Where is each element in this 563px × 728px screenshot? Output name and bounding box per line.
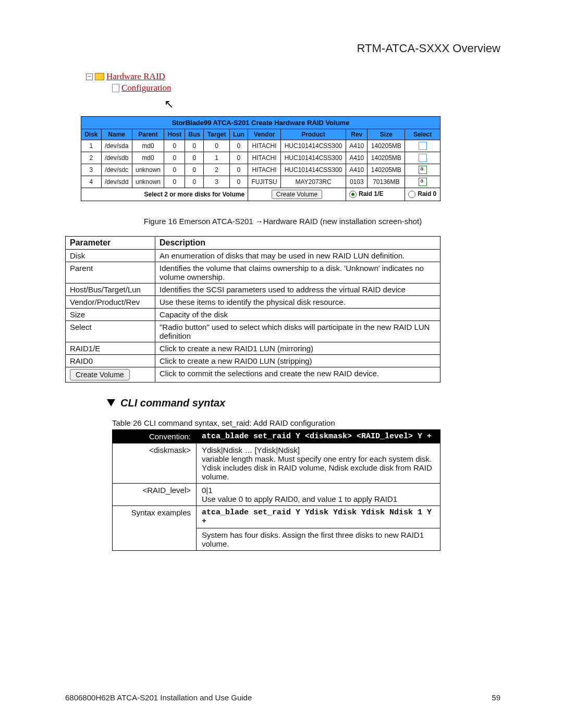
raid-cell: 0: [164, 140, 185, 152]
select-checkbox[interactable]: [419, 154, 427, 162]
raid-cell: 0: [229, 152, 248, 164]
raid-cell: HUC101414CSS300: [281, 152, 346, 164]
raid-cell: HITACHI: [248, 164, 281, 176]
raidlevel-label: <RAID_level>: [113, 483, 197, 505]
raid0-label: Raid 0: [418, 190, 436, 198]
raid-cell: 0: [185, 152, 204, 164]
raid-cell: 0: [229, 164, 248, 176]
raid-cell: 0: [185, 140, 204, 152]
raid-cell: 4: [81, 176, 102, 188]
doc-icon: [112, 84, 119, 92]
param-desc: Use these items to identify the physical…: [155, 295, 440, 308]
raid-col-header: Name: [101, 129, 132, 140]
params-header-desc: Description: [155, 236, 440, 249]
table-row: Select"Radio button" used to select whic…: [66, 320, 440, 342]
raid-cell: 0: [185, 164, 204, 176]
raid-cell: 70136MB: [368, 176, 405, 188]
configuration-link[interactable]: Configuration: [121, 82, 171, 94]
param-desc: Capacity of the disk: [155, 308, 440, 320]
raid-cell: 2: [204, 164, 229, 176]
raid1-radio[interactable]: [349, 191, 357, 198]
param-name: RAID0: [66, 354, 155, 367]
raid-col-header: Parent: [132, 129, 164, 140]
footer-doc-title: 6806800H62B ATCA-S201 Installation and U…: [65, 693, 252, 702]
cli-table-caption: Table 26 CLI command syntax, set_raid: A…: [112, 418, 500, 427]
cursor-icon: ↖: [164, 97, 500, 112]
select-checkbox[interactable]: [419, 142, 427, 150]
raid0-radio[interactable]: [408, 191, 415, 198]
table-row: SizeCapacity of the disk: [66, 308, 440, 320]
collapse-icon[interactable]: [86, 73, 93, 80]
raid-cell: 3: [204, 176, 229, 188]
select-checkbox[interactable]: [419, 166, 427, 174]
select-checkbox[interactable]: [419, 178, 427, 186]
nav-tree: Hardware RAID Configuration ↖: [86, 71, 500, 112]
param-name: Parent: [66, 262, 155, 283]
param-name: Vendor/Product/Rev: [66, 295, 155, 308]
table-row: 3/dev/sdcunknown0020HITACHIHUC101414CSS3…: [81, 164, 440, 176]
param-name: Size: [66, 308, 155, 320]
table-row: Vendor/Product/RevUse these items to ide…: [66, 295, 440, 308]
hardware-raid-link[interactable]: Hardware RAID: [106, 71, 165, 82]
raid-cell: 1: [81, 140, 102, 152]
raid-cell: /dev/sdd: [101, 176, 132, 188]
raid-cell: HUC101414CSS300: [281, 140, 346, 152]
table-row: 1/dev/sdamd00000HITACHIHUC101414CSS300A4…: [81, 140, 440, 152]
param-name: RAID1/E: [66, 342, 155, 354]
convention-value: atca_blade set_raid Y <diskmask> <RAID_l…: [197, 429, 440, 443]
table-row: RAID0Click to create a new RAID0 LUN (st…: [66, 354, 440, 367]
param-name: Host/Bus/Target/Lun: [66, 283, 155, 295]
raid-cell: MAY2073RC: [281, 176, 346, 188]
syntax-examples-label: Syntax examples: [113, 505, 197, 550]
param-desc: Click to commit the selections and creat…: [155, 367, 440, 382]
raid-cell: /dev/sdc: [101, 164, 132, 176]
raid-cell: unknown: [132, 164, 164, 176]
raid-cell: 140205MB: [368, 164, 405, 176]
raid-cell: /dev/sdb: [101, 152, 132, 164]
diskmask-desc: Ydisk|Ndisk … [Ydisk|Ndisk] variable len…: [197, 443, 440, 483]
raid-col-header: Host: [164, 129, 185, 140]
cli-heading: CLI command syntax: [120, 397, 225, 409]
raid-cell: 0: [185, 176, 204, 188]
raid-table-title: StorBlade99 ATCA-S201 Create Hardware RA…: [81, 116, 440, 129]
raid-cell: A410: [346, 140, 368, 152]
table-row: 4/dev/sddunknown0030FUJITSUMAY2073RC0103…: [81, 176, 440, 188]
syntax-example-value: atca_blade set_raid Y Ydisk Ydisk Ydisk …: [197, 505, 440, 528]
raid-cell: 0: [164, 152, 185, 164]
param-desc: Click to create a new RAID1 LUN (mirrori…: [155, 342, 440, 354]
param-name: Disk: [66, 249, 155, 262]
raid-cell: HITACHI: [248, 140, 281, 152]
raid-cell: FUJITSU: [248, 176, 281, 188]
create-volume-button[interactable]: Create Volume: [272, 190, 322, 199]
raid-cell: 0: [164, 164, 185, 176]
table-row: RAID1/EClick to create a new RAID1 LUN (…: [66, 342, 440, 354]
raid-cell: A410: [346, 152, 368, 164]
parameter-description-table: Parameter Description DiskAn enumeration…: [65, 236, 440, 382]
diskmask-label: <diskmask>: [113, 443, 197, 483]
footer-page-number: 59: [492, 693, 500, 702]
triangle-icon: [107, 399, 115, 406]
raid-cell: 140205MB: [368, 140, 405, 152]
raid-cell: /dev/sda: [101, 140, 132, 152]
raid-col-header: Lun: [229, 129, 248, 140]
param-desc: Identifies the volume that claims owners…: [155, 262, 440, 283]
raid-cell: 3: [81, 164, 102, 176]
raid-col-header: Bus: [185, 129, 204, 140]
raidlevel-desc: 0|1 Use value 0 to apply RAID0, and valu…: [197, 483, 440, 505]
raid-col-header: Disk: [81, 129, 102, 140]
raid-cell: md0: [132, 140, 164, 152]
raid-col-header: Vendor: [248, 129, 281, 140]
page-header-title: RTM-ATCA-SXXX Overview: [65, 42, 500, 55]
create-volume-button-sample: Create Volume: [70, 369, 130, 380]
raid-cell: 1: [204, 152, 229, 164]
raid-cell: 0: [229, 176, 248, 188]
syntax-example-desc: System has four disks. Assign the first …: [197, 528, 440, 550]
select-disks-text: Select 2 or more disks for Volume: [81, 188, 248, 201]
raid-cell: md0: [132, 152, 164, 164]
table-row: Create VolumeClick to commit the selecti…: [66, 367, 440, 382]
raid-col-header: Product: [281, 129, 346, 140]
param-desc: "Radio button" used to select which disk…: [155, 320, 440, 342]
figure-caption: Figure 16 Emerson ATCA-S201 →Hardware RA…: [65, 217, 500, 226]
raid-cell: 0: [204, 140, 229, 152]
raid-cell: 2: [81, 152, 102, 164]
